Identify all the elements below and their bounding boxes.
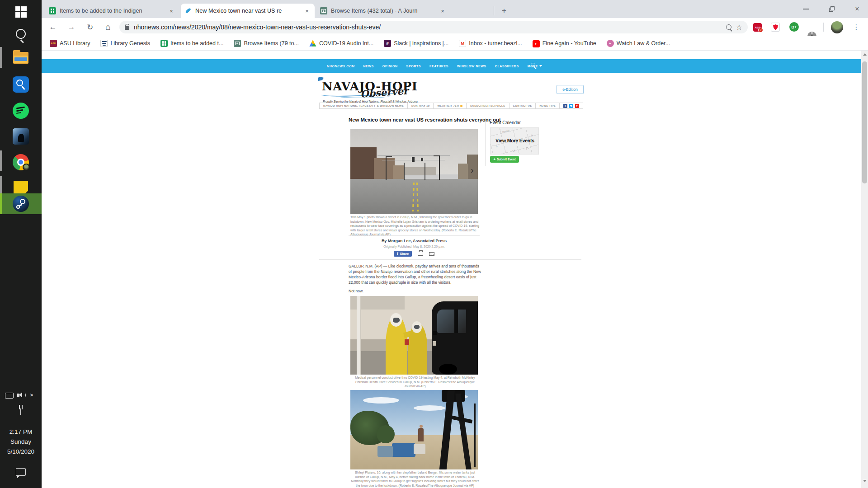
profile-overlay-avatar xyxy=(23,164,30,171)
profile-avatar[interactable] xyxy=(831,21,843,33)
bookmark-star-icon[interactable]: ☆ xyxy=(736,23,742,32)
close-tab-icon[interactable]: × xyxy=(439,7,447,15)
reload-button[interactable]: ↻ xyxy=(84,21,96,33)
new-tab-button[interactable]: + xyxy=(497,4,511,18)
site-search-icon[interactable] xyxy=(531,63,535,67)
nav-item-winslow-news[interactable]: WINSLOW NEWS xyxy=(457,65,486,68)
clock-date: 5/10/2020 xyxy=(0,448,42,455)
shield-extension-icon[interactable] xyxy=(771,23,780,32)
article-photo-water-tanks xyxy=(350,390,478,469)
tab-new-mexico-article[interactable]: New Mexico town near vast US re × xyxy=(181,4,315,18)
action-center-icon[interactable] xyxy=(14,465,27,478)
bookmark-covid-audio[interactable]: COVID-19 Audio Int... xyxy=(309,40,373,47)
kindle-icon[interactable] xyxy=(13,128,29,145)
facebook-icon[interactable]: f xyxy=(563,104,567,108)
windows-logo-icon xyxy=(15,6,27,18)
url-text[interactable]: nhonews.com/news/2020/may/08/new-mexico-… xyxy=(134,23,722,31)
subnav-weather[interactable]: WEATHER73.0 xyxy=(434,103,467,109)
youtube-icon[interactable] xyxy=(575,104,579,108)
minimize-button[interactable] xyxy=(795,0,816,18)
e-edition-button[interactable]: e-Edition xyxy=(557,85,584,94)
article-paragraph: Not now. xyxy=(349,288,481,294)
bookmark-youtube[interactable]: ▸Fine Again - YouTube xyxy=(533,39,596,47)
magnifier-app-icon[interactable] xyxy=(13,76,29,93)
nav-item-nhonews[interactable]: NHONEWS.COM xyxy=(327,65,354,68)
youtube-favicon: ▸ xyxy=(533,40,540,47)
bookmark-library-genesis[interactable]: Library Genesis xyxy=(100,40,150,47)
email-icon[interactable] xyxy=(429,252,434,256)
bookmark-slack[interactable]: #Slack | inspirations |... xyxy=(384,40,448,47)
nav-item-opinion[interactable]: OPINION xyxy=(382,65,398,68)
sun-icon xyxy=(460,105,462,107)
print-icon[interactable] xyxy=(418,252,423,256)
toolbar-separator xyxy=(823,23,824,32)
display-icon[interactable] xyxy=(4,391,14,399)
browser-menu-icon[interactable]: ⋮ xyxy=(852,22,861,33)
library-genesis-favicon xyxy=(100,40,108,47)
bookmark-watch-law-order[interactable]: ▸Watch Law & Order... xyxy=(607,40,670,47)
tab-items-to-be-added[interactable]: Items to be added to the Indigen × xyxy=(45,4,179,18)
clock-day: Sunday xyxy=(0,438,42,445)
tuning-fork-icon[interactable] xyxy=(16,405,25,417)
twitter-icon[interactable] xyxy=(569,104,573,108)
article-photo-testing xyxy=(350,296,478,375)
tab-title: New Mexico town near vast US re xyxy=(195,8,299,14)
scroll-up-icon[interactable] xyxy=(863,53,867,56)
file-explorer-icon[interactable] xyxy=(13,51,29,65)
bplus-extension-icon[interactable]: B+ xyxy=(789,22,799,32)
divider xyxy=(319,259,581,260)
chrome-icon[interactable] xyxy=(13,154,29,171)
close-tab-icon[interactable]: × xyxy=(303,7,311,15)
tab-browse-items[interactable]: Browse Items (432 total) · A Journ × xyxy=(316,4,450,18)
view-more-events-label[interactable]: View More Events xyxy=(491,138,539,143)
site-nav: NHONEWS.COM NEWS OPINION SPORTS FEATURES… xyxy=(327,59,542,73)
facebook-share-button[interactable]: fShare xyxy=(394,251,412,257)
subnav-region[interactable]: NAVAJO-HOPI NATIONS, FLAGSTAFF & WINSLOW… xyxy=(319,103,408,109)
close-tab-icon[interactable]: × xyxy=(167,7,175,15)
volume-icon[interactable] xyxy=(15,390,27,399)
scrollbar-thumb[interactable] xyxy=(862,61,867,183)
close-window-button[interactable]: × xyxy=(847,0,868,18)
play-favicon: ▸ xyxy=(607,40,614,47)
plus-icon: + xyxy=(493,157,495,161)
expand-tray-chevron-icon[interactable]: > xyxy=(28,390,35,399)
home-button[interactable]: ⌂ xyxy=(102,21,114,33)
article-published-date: Originally Published: May 8, 2020 2:20 p… xyxy=(349,245,480,248)
spotify-icon[interactable] xyxy=(13,102,29,119)
steam-icon[interactable] xyxy=(13,195,29,212)
address-bar[interactable]: nhonews.com/news/2020/may/08/new-mexico-… xyxy=(119,21,748,33)
bookmark-asu-library[interactable]: ASUASU Library xyxy=(50,40,90,47)
restore-button[interactable] xyxy=(821,0,842,18)
https-lock-icon[interactable] xyxy=(125,26,129,30)
forward-button[interactable]: → xyxy=(65,21,78,33)
tab-strip: Items to be added to the Indigen × New M… xyxy=(42,0,868,18)
divider xyxy=(349,235,480,236)
photo-caption: Shileyi Platero, 10, along with her step… xyxy=(350,470,480,488)
bookmarks-bar: ASUASU Library Library Genesis Items to … xyxy=(42,36,868,51)
back-button[interactable]: ← xyxy=(47,21,59,33)
nav-item-features[interactable]: FEATURES xyxy=(429,65,448,68)
tab-title: Items to be added to the Indigen xyxy=(60,8,164,14)
next-photo-icon[interactable]: › xyxy=(471,165,474,174)
bookmark-gmail-inbox[interactable]: MInbox - turner.beazl... xyxy=(459,40,522,47)
bookmark-browse-items[interactable]: Browse Items (79 to... xyxy=(234,40,299,47)
article-paragraph: GALLUP, N.M. (AP) — Like clockwork, payd… xyxy=(349,263,481,285)
bookmark-items-to-be-added[interactable]: Items to be added t... xyxy=(160,40,223,47)
nav-item-news[interactable]: NEWS xyxy=(363,65,373,68)
nav-item-classifieds[interactable]: CLASSIFIEDS xyxy=(495,65,519,68)
scroll-down-icon[interactable] xyxy=(863,480,867,482)
submit-event-label: Submit Event xyxy=(497,158,516,161)
subnav-news-tips[interactable]: NEWS TIPS xyxy=(536,103,560,109)
subnav-contact-us[interactable]: CONTACT US xyxy=(509,103,536,109)
subnav-subscriber-services[interactable]: SUBSCRIBER SERVICES xyxy=(467,103,509,109)
taskbar-search-icon[interactable] xyxy=(12,25,30,42)
article-photo-street: › xyxy=(350,129,478,214)
page-zoom-icon[interactable] xyxy=(726,24,731,30)
article-byline: By Morgan Lee, Associated Press xyxy=(349,239,480,243)
open-app-indicator xyxy=(0,47,2,68)
google-drive-favicon xyxy=(309,40,316,47)
nav-item-sports[interactable]: SPORTS xyxy=(406,65,421,68)
event-calendar-image[interactable]: Monday 9 6 14 15 View More Events xyxy=(490,127,539,155)
start-button-icon[interactable] xyxy=(12,5,30,19)
submit-event-button[interactable]: + Submit Event xyxy=(490,156,519,163)
